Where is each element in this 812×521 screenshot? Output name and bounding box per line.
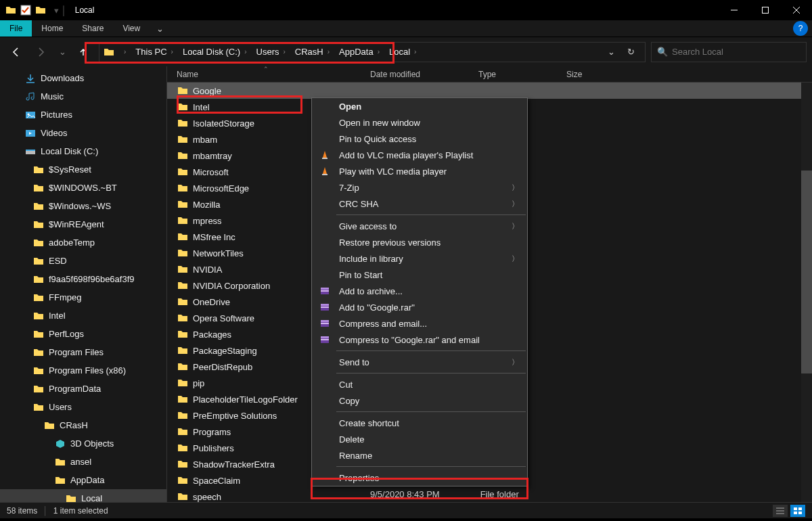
back-button[interactable] — [5, 42, 26, 62]
context-menu-item[interactable]: CRC SHA〉 — [312, 196, 527, 212]
up-button[interactable] — [73, 42, 93, 62]
context-menu-item[interactable]: Compress to "Google.rar" and email — [312, 332, 527, 348]
menu-item-label: Restore previous versions — [339, 237, 441, 248]
context-menu-item[interactable]: Copy — [312, 392, 527, 409]
context-menu-item[interactable]: Delete — [312, 431, 527, 447]
search-box[interactable]: 🔍 — [651, 42, 807, 62]
context-menu-item[interactable]: Play with VLC media player — [312, 163, 527, 179]
tree-item[interactable]: Downloads — [0, 69, 166, 87]
col-size[interactable]: Size — [566, 70, 621, 79]
context-menu-item[interactable]: Open — [312, 98, 527, 114]
help-button[interactable]: ? — [793, 21, 808, 36]
file-row[interactable]: Google — [167, 83, 812, 99]
refresh-button[interactable]: ↻ — [621, 47, 641, 57]
crumb[interactable]: Users› — [254, 47, 292, 57]
context-menu-item[interactable]: Give access to〉 — [312, 218, 527, 234]
separator: ▾ │ — [54, 5, 67, 16]
folder-icon — [32, 310, 45, 322]
crumb[interactable]: AppData› — [336, 47, 386, 57]
folder-icon — [65, 493, 77, 503]
search-input[interactable] — [672, 47, 800, 57]
context-menu-item[interactable]: 7-Zip〉 — [312, 179, 527, 196]
tree-item[interactable]: Music — [0, 87, 166, 106]
col-date[interactable]: Date modified — [370, 70, 478, 79]
navigation-pane[interactable]: DownloadsMusicPicturesVideosLocal Disk (… — [0, 66, 167, 502]
context-menu-item[interactable]: Restore previous versions — [312, 234, 527, 250]
close-button[interactable] — [781, 0, 812, 20]
tree-item[interactable]: adobeTemp — [0, 233, 166, 252]
rar-icon — [319, 334, 331, 346]
col-type[interactable]: Type — [478, 70, 566, 79]
tree-item[interactable]: ansel — [0, 453, 166, 471]
crumb[interactable]: Local Disk (C:)› — [180, 47, 254, 57]
col-name[interactable]: Name⌃ — [177, 70, 370, 79]
column-headers[interactable]: Name⌃ Date modified Type Size — [167, 66, 812, 83]
address-bar[interactable]: › This PC› Local Disk (C:)› Users› CRasH… — [99, 42, 646, 62]
address-dropdown[interactable]: ⌄ — [602, 47, 621, 57]
context-menu-item[interactable]: Properties — [312, 470, 527, 486]
minimize-button[interactable] — [719, 0, 750, 20]
context-menu-item[interactable]: Add to archive... — [312, 283, 527, 299]
context-menu-item[interactable]: Open in new window — [312, 114, 527, 131]
crumb[interactable]: This PC› — [133, 47, 180, 57]
menu-separator — [336, 466, 526, 467]
scrollbar[interactable] — [801, 83, 812, 502]
folder-icon — [177, 410, 189, 421]
tree-item-label: f9aa5f698f96be6af3f9 — [49, 274, 135, 284]
tree-item[interactable]: $SysReset — [0, 160, 166, 179]
menu-item-label: Give access to — [339, 221, 397, 231]
tree-item[interactable]: Intel — [0, 307, 166, 325]
sort-indicator: ⌃ — [263, 66, 269, 72]
tree-item[interactable]: Local Disk (C:) — [0, 142, 166, 160]
share-menu[interactable]: Share — [72, 20, 113, 37]
tree-item[interactable]: ESD — [0, 252, 166, 270]
file-menu[interactable]: File — [0, 20, 32, 37]
view-menu[interactable]: View — [113, 20, 150, 37]
tree-item[interactable]: FFmpeg — [0, 288, 166, 307]
tree-item[interactable]: AppData — [0, 471, 166, 489]
recent-button[interactable]: ⌄ — [57, 42, 68, 62]
crumb[interactable]: Local› — [386, 47, 423, 57]
tree-item[interactable]: CRasH — [0, 416, 166, 434]
tree-item[interactable]: PerfLogs — [0, 325, 166, 343]
tree-item[interactable]: $WINDOWS.~BT — [0, 179, 166, 197]
context-menu-item[interactable]: Compress and email... — [312, 315, 527, 332]
home-menu[interactable]: Home — [32, 20, 72, 37]
tree-item[interactable]: Users — [0, 398, 166, 416]
folder-icon — [32, 219, 45, 231]
context-menu-item[interactable]: Include in library〉 — [312, 250, 527, 267]
folder-icon — [32, 401, 45, 413]
tree-item[interactable]: Pictures — [0, 106, 166, 124]
tree-item[interactable]: $Windows.~WS — [0, 197, 166, 215]
tree-item[interactable]: Program Files — [0, 343, 166, 361]
details-view-button[interactable] — [773, 505, 788, 517]
tree-item[interactable]: $WinREAgent — [0, 215, 166, 233]
folder-icon — [32, 255, 45, 267]
ribbon-collapse[interactable]: ⌄ — [150, 20, 171, 37]
context-menu-item[interactable]: Add to VLC media player's Playlist — [312, 147, 527, 163]
menu-item-label: Cut — [339, 380, 353, 390]
context-menu-item[interactable]: Add to "Google.rar" — [312, 299, 527, 315]
menu-item-label: Create shortcut — [339, 418, 399, 428]
maximize-button[interactable] — [750, 0, 781, 20]
folder-icon — [5, 5, 16, 16]
scrollbar-thumb[interactable] — [801, 171, 812, 373]
tree-item[interactable]: Local — [0, 489, 166, 502]
context-menu-item[interactable]: Create shortcut — [312, 415, 527, 431]
context-menu-item[interactable]: Pin to Quick access — [312, 131, 527, 147]
tree-item[interactable]: Videos — [0, 124, 166, 142]
rar-icon — [319, 285, 331, 297]
tree-item[interactable]: f9aa5f698f96be6af3f9 — [0, 270, 166, 288]
folder-icon — [177, 134, 189, 145]
thumbnails-view-button[interactable] — [790, 505, 805, 517]
tree-item[interactable]: 3D Objects — [0, 434, 166, 453]
context-menu-item[interactable]: Pin to Start — [312, 267, 527, 283]
folder-icon — [177, 443, 189, 453]
crumb[interactable]: CRasH› — [292, 47, 336, 57]
tree-item[interactable]: Program Files (x86) — [0, 361, 166, 380]
context-menu-item[interactable]: Rename — [312, 447, 527, 463]
forward-button[interactable] — [31, 42, 51, 62]
context-menu-item[interactable]: Cut — [312, 376, 527, 392]
context-menu-item[interactable]: Send to〉 — [312, 354, 527, 370]
tree-item[interactable]: ProgramData — [0, 380, 166, 398]
